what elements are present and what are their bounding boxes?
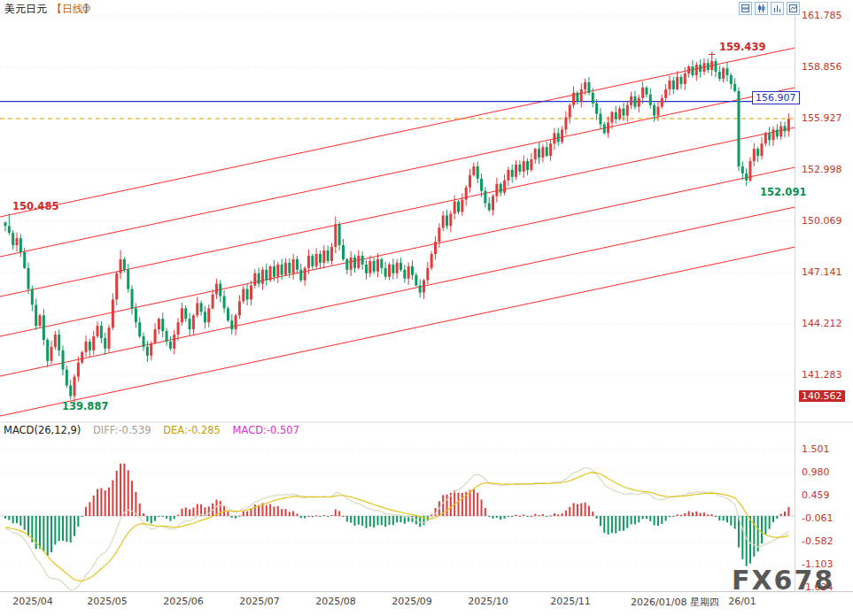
hline-price-tag[interactable]: 156.907 — [752, 91, 800, 104]
chart-toolbar — [739, 2, 800, 15]
macd-diff-value: DIFF:-0.539 — [93, 424, 151, 436]
macd-axis-label: -0.582 — [802, 535, 833, 547]
screenshot-icon[interactable] — [787, 2, 800, 15]
macd-axis-label: 1.501 — [802, 443, 830, 455]
peak-high-label: 159.439 — [719, 41, 765, 53]
peak-marker-icon: + — [708, 49, 717, 61]
diff-line — [5, 467, 788, 589]
macd-macd-value: MACD:-0.507 — [233, 424, 299, 436]
instrument-title: 美元日元 — [4, 2, 47, 17]
chart-window: 美元日元 【日线】 ⊕ 161.785158.856155.927152.998… — [0, 0, 853, 616]
macd-axis-label: 0.459 — [802, 489, 830, 501]
left-high-label: 150.485 — [12, 200, 58, 212]
candle-view-icon[interactable] — [755, 2, 768, 15]
magnifier-icon[interactable]: ⊕ — [81, 1, 91, 14]
time-axis-label: 26/01 — [680, 596, 804, 607]
macd-axis-label: -0.061 — [802, 512, 833, 524]
pullback-low-label: 152.091 — [760, 186, 806, 198]
chart-canvas[interactable] — [0, 0, 853, 616]
topbar: 美元日元 【日线】 ⊕ — [0, 0, 853, 16]
fx678-watermark: FX678 — [732, 565, 834, 596]
trend-channel-lines — [0, 48, 795, 416]
macd-axis-label: 0.980 — [802, 466, 830, 478]
macd-legend: MACD(26,12,9) DIFF:-0.539 DEA:-0.285 MAC… — [4, 424, 308, 436]
time-axis: 2025/042025/052025/062025/072025/082025/… — [0, 596, 853, 610]
bottom-low-label: 139.887 — [62, 400, 108, 412]
macd-indicator-label: MACD(26,12,9) — [4, 424, 81, 436]
grid-view-icon[interactable] — [739, 2, 752, 15]
bar-view-icon[interactable] — [771, 2, 784, 15]
macd-dea-value: DEA:-0.285 — [163, 424, 221, 436]
price-gridlines — [0, 16, 795, 375]
macd-axis: 1.5010.9800.459-0.061-0.582-1.103-1.624 — [796, 0, 853, 616]
crosshair-price-tag: 140.562 — [799, 390, 845, 402]
